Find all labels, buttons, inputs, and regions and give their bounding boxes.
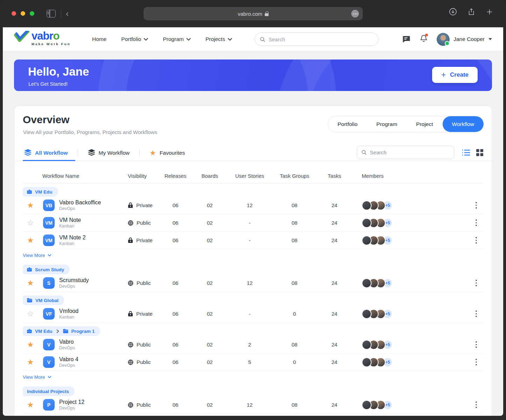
workflow-row-vabro[interactable]: ★ V Vabro DevOps Public 06 02 2 08 24 +5 xyxy=(23,336,483,354)
tab-my-workflow[interactable]: My Workflow xyxy=(86,149,131,157)
close-window-button[interactable] xyxy=(12,11,16,16)
group-chip-vm-edu[interactable]: VM EduProgram 1 xyxy=(23,326,100,336)
task-groups-value: 08 xyxy=(272,202,317,208)
members-cell: +5 xyxy=(352,340,469,350)
workflow-avatar: VM xyxy=(43,217,55,229)
address-bar[interactable]: vabro.com xyxy=(144,7,363,20)
workflow-row-scrumstudy[interactable]: ★ S Scrumstudy DevOps Public 06 02 12 08… xyxy=(23,274,483,292)
create-button[interactable]: + Create xyxy=(432,67,478,83)
workflow-name: Project 12 xyxy=(59,399,84,405)
row-menu-icon[interactable] xyxy=(473,399,479,410)
user-menu[interactable]: Jane Cooper xyxy=(437,33,492,46)
workflow-row-vmfood[interactable]: ☆ VF Vmfood Kanban Private 06 02 - 0 24 … xyxy=(23,305,483,323)
messages-icon[interactable] xyxy=(402,35,411,43)
releases-value: 06 xyxy=(159,311,192,317)
table-body: VM Edu ★ VB Vabro Backoffice DevOps Priv… xyxy=(23,183,483,414)
group-chip-vm-global[interactable]: VM Global xyxy=(23,295,64,305)
releases-value: 06 xyxy=(159,202,192,208)
tab-all-workflow[interactable]: All Workflow xyxy=(23,149,69,157)
user-stories-value: 5 xyxy=(227,359,272,365)
folder-icon xyxy=(63,329,68,333)
row-menu-icon[interactable] xyxy=(473,357,479,368)
column-header-workflow-name: Workflow Name xyxy=(42,173,128,179)
workflow-name: Vabro Backoffice xyxy=(59,199,101,206)
group-chip-vm-edu[interactable]: VM Edu xyxy=(23,187,58,197)
workflow-row-vabro-4[interactable]: ★ V Vabro 4 DevOps Public 06 02 5 0 24 +… xyxy=(23,354,483,371)
workflow-row-vm-note-2[interactable]: ★ VM VM Note 2 Kanban Private 06 02 - 08… xyxy=(23,232,483,249)
nav-item-projects[interactable]: Projects xyxy=(206,36,232,42)
favourite-star-icon[interactable]: ★ xyxy=(27,358,34,366)
favourite-star-icon[interactable]: ★ xyxy=(27,279,34,287)
row-menu-icon[interactable] xyxy=(473,339,479,350)
browser-toolbar: ‹ vabro.com xyxy=(0,0,506,27)
vabro-logo[interactable]: vabro Make Work Fun xyxy=(14,31,71,46)
new-tab-icon[interactable] xyxy=(486,8,493,16)
view-more-link[interactable]: View More xyxy=(23,371,483,383)
chevron-down-icon xyxy=(228,36,232,42)
workflow-name: VM Note xyxy=(59,217,81,223)
visibility-label: Public xyxy=(137,220,151,226)
segment-project[interactable]: Project xyxy=(407,116,442,132)
workflow-row-project-12[interactable]: ★ P Project 12 DevOps Public 06 02 12 08… xyxy=(23,396,483,414)
lock-icon xyxy=(128,202,133,208)
global-search[interactable] xyxy=(255,33,379,46)
row-menu-icon[interactable] xyxy=(473,278,479,288)
list-view-icon[interactable] xyxy=(462,149,470,156)
member-avatar xyxy=(362,236,372,245)
zoom-window-button[interactable] xyxy=(30,11,34,16)
notifications-button[interactable] xyxy=(420,34,428,44)
workflow-name: Vmfood xyxy=(59,308,78,314)
row-menu-icon[interactable] xyxy=(473,217,479,228)
row-menu-icon[interactable] xyxy=(473,235,479,246)
share-icon[interactable] xyxy=(467,8,475,16)
tasks-value: 24 xyxy=(317,280,352,286)
workflow-type: Kanban xyxy=(59,223,81,229)
row-menu-icon[interactable] xyxy=(473,308,479,319)
visibility-label: Private xyxy=(136,237,153,243)
tab-favourites[interactable]: ★Favourites xyxy=(148,149,186,157)
nav-item-home[interactable]: Home xyxy=(92,36,106,42)
grid-view-icon[interactable] xyxy=(476,149,483,156)
user-stories-value: 2 xyxy=(227,342,272,348)
page-settings-icon[interactable] xyxy=(351,10,359,18)
globe-icon xyxy=(128,359,133,365)
favourite-star-icon[interactable]: ★ xyxy=(27,340,34,349)
segment-program[interactable]: Program xyxy=(367,116,407,132)
folder-icon xyxy=(27,298,32,302)
nav-item-portfolio[interactable]: Portfolio xyxy=(121,36,148,42)
chevron-down-icon xyxy=(488,38,492,40)
favourite-star-icon[interactable]: ★ xyxy=(27,236,34,245)
row-menu-icon[interactable] xyxy=(473,200,479,211)
members-cell: +5 xyxy=(352,309,469,319)
group-chip-individual-projects[interactable]: Individual Projects xyxy=(23,386,75,396)
table-search[interactable] xyxy=(357,146,454,159)
boards-value: 02 xyxy=(192,359,227,365)
group-chip-scrum-study[interactable]: Scrum Study xyxy=(23,265,70,274)
favourite-star-icon[interactable]: ☆ xyxy=(27,218,34,227)
nav-label: Projects xyxy=(206,36,225,42)
table-search-input[interactable] xyxy=(370,149,450,155)
segment-workflow[interactable]: Workflow xyxy=(443,116,484,132)
workflow-name: Vabro 4 xyxy=(59,356,78,363)
nav-item-program[interactable]: Program xyxy=(163,36,190,42)
favourite-star-icon[interactable]: ★ xyxy=(27,201,34,210)
minimize-window-button[interactable] xyxy=(21,11,25,16)
member-avatar xyxy=(362,218,372,228)
favourite-star-icon[interactable]: ☆ xyxy=(27,309,34,318)
traffic-lights[interactable] xyxy=(12,11,34,16)
workflow-row-vabro-backoffice[interactable]: ★ VB Vabro Backoffice DevOps Private 06 … xyxy=(23,197,483,214)
lock-icon xyxy=(128,311,133,317)
sidebar-toggle-icon[interactable] xyxy=(47,10,56,18)
member-avatar xyxy=(362,340,372,350)
workflow-row-vm-note[interactable]: ☆ VM VM Note Kanban Public 06 02 - 08 24… xyxy=(23,214,483,232)
favourite-star-icon[interactable]: ★ xyxy=(27,400,34,409)
boards-value: 02 xyxy=(192,220,227,226)
globe-icon xyxy=(128,342,133,348)
segment-portfolio[interactable]: Portfolio xyxy=(328,116,367,132)
global-search-input[interactable] xyxy=(269,36,373,42)
chevron-down-icon xyxy=(48,376,51,378)
view-more-link[interactable]: View More xyxy=(23,249,483,261)
downloads-icon[interactable] xyxy=(449,8,457,16)
column-header-releases: Releases xyxy=(159,173,192,179)
back-button[interactable]: ‹ xyxy=(66,9,69,18)
